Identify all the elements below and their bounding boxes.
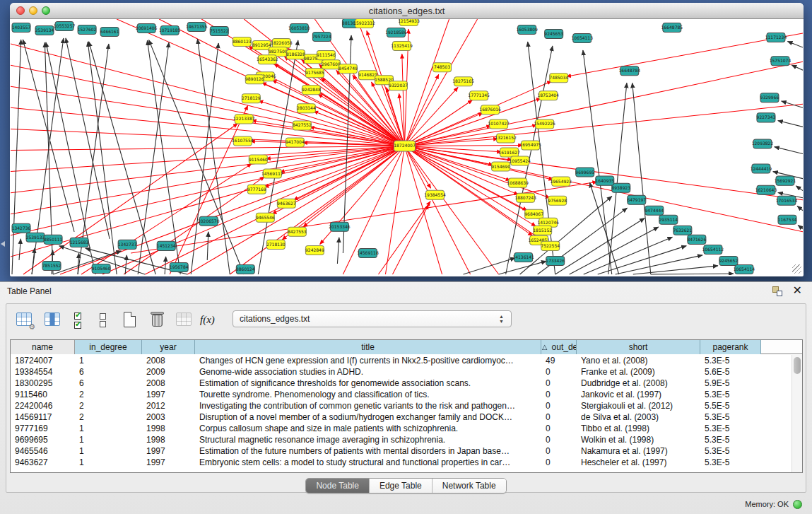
network-node[interactable]: 14569117: [261, 169, 283, 178]
network-window-titlebar[interactable]: citations_edges.txt: [10, 3, 804, 19]
network-node[interactable]: 9242848: [302, 86, 321, 95]
new-table-icon[interactable]: [121, 310, 141, 330]
network-node[interactable]: 1640935: [595, 176, 614, 185]
network-node[interactable]: 19384554: [424, 190, 446, 199]
resize-grip[interactable]: [792, 264, 801, 274]
network-node[interactable]: 9777169: [247, 185, 266, 194]
network-node[interactable]: 8427552: [293, 121, 312, 130]
network-node[interactable]: 9417004: [286, 138, 305, 147]
table-row[interactable]: 969969511998Structural magnetic resonanc…: [11, 434, 791, 445]
network-node[interactable]: 1215683: [70, 238, 89, 247]
column-header-out_de[interactable]: △ out_de…: [541, 340, 577, 354]
import-table-icon[interactable]: [175, 310, 194, 330]
network-node[interactable]: 9105460: [92, 264, 111, 273]
network-node[interactable]: 9111546: [317, 51, 336, 60]
network-node[interactable]: 19218586: [385, 28, 407, 37]
network-node[interactable]: 9227343: [757, 113, 776, 122]
network-node[interactable]: 6466161: [100, 28, 119, 37]
table-row[interactable]: 911546021997Tourette syndrome. Phenomeno…: [11, 389, 791, 400]
network-node[interactable]: 12154933: [398, 19, 420, 26]
tab-network-table[interactable]: Network Table: [433, 479, 506, 493]
show-column-icon[interactable]: [43, 310, 63, 330]
network-node[interactable]: 2967608: [322, 60, 341, 69]
network-node[interactable]: 16876016: [479, 105, 501, 115]
network-node[interactable]: 748503: [433, 63, 452, 72]
network-node[interactable]: 12213387: [233, 115, 255, 124]
network-node[interactable]: 8454749: [339, 64, 358, 74]
network-node[interactable]: 8938923: [611, 183, 630, 192]
table-row[interactable]: 2242004622012Investigating the contribut…: [11, 400, 791, 411]
network-node[interactable]: 18753404: [537, 91, 559, 100]
network-node[interactable]: 18275165: [452, 77, 474, 86]
network-node[interactable]: 18807243: [514, 193, 536, 202]
network-node[interactable]: 9474444: [645, 206, 664, 215]
network-node[interactable]: 7957224: [312, 33, 331, 42]
network-node[interactable]: 10553257: [54, 22, 76, 31]
network-node[interactable]: 15751074: [770, 57, 792, 66]
network-node[interactable]: 13216152: [495, 134, 517, 143]
network-node[interactable]: 9890126: [245, 75, 264, 84]
column-header-name[interactable]: name: [11, 340, 75, 354]
function-builder-icon[interactable]: f(x): [200, 310, 224, 330]
network-node[interactable]: 10654114: [734, 264, 755, 274]
network-node[interactable]: 9245653: [544, 30, 563, 39]
network-node[interactable]: 7515522: [210, 27, 229, 36]
row-check-icon[interactable]: [71, 310, 91, 330]
network-node[interactable]: 15692921: [775, 176, 796, 185]
network-node[interactable]: 8427553: [288, 227, 307, 236]
network-node[interactable]: 16648785: [661, 23, 683, 33]
network-node[interactable]: 1815152: [533, 226, 552, 235]
network-node[interactable]: 16648784: [619, 66, 641, 76]
network-node[interactable]: 8850111: [44, 235, 63, 244]
network-node[interactable]: 9245652: [719, 256, 739, 265]
column-header-pagerank[interactable]: pagerank: [700, 340, 761, 354]
network-node[interactable]: 14136141: [512, 252, 534, 262]
network-node[interactable]: 12444419: [751, 164, 772, 173]
network-node[interactable]: 16543362: [257, 55, 278, 64]
network-node[interactable]: 8471626: [688, 235, 707, 244]
network-node[interactable]: 15492226: [534, 119, 555, 129]
network-node[interactable]: 7851552: [42, 261, 61, 270]
table-row[interactable]: 977716911998Corpus callosum shape and si…: [11, 423, 791, 434]
panel-collapse-arrow[interactable]: [1, 241, 5, 247]
network-node[interactable]: 2539133: [26, 233, 45, 242]
network-node[interactable]: 15922332: [353, 19, 375, 28]
network-node[interactable]: 16053810: [288, 24, 310, 33]
table-row[interactable]: 1830029562008Estimation of significance …: [11, 378, 791, 389]
network-node[interactable]: 9242849: [305, 245, 324, 255]
network-node[interactable]: 10955424: [509, 156, 531, 165]
network-node[interactable]: 16954975: [519, 141, 541, 150]
network-node[interactable]: 16210643: [755, 185, 777, 194]
table-row[interactable]: 1872400712008Changes of HCN gene express…: [11, 355, 791, 366]
network-node[interactable]: 20153346: [329, 222, 351, 231]
network-node[interactable]: 10654112: [702, 245, 724, 254]
table-row[interactable]: 1938455462009Genome-wide association stu…: [11, 366, 791, 378]
network-node[interactable]: 12093822: [752, 139, 774, 148]
network-node[interactable]: 18724007: [394, 141, 416, 151]
scrollbar-thumb[interactable]: [794, 357, 801, 374]
table-row[interactable]: 946362711997Embryonic stem cells: a mode…: [11, 457, 791, 468]
table-selector-dropdown[interactable]: citations_edges.txt ▲▼: [233, 310, 512, 327]
delete-table-icon[interactable]: [148, 310, 167, 330]
close-panel-icon[interactable]: ✕: [793, 284, 802, 297]
network-node[interactable]: 8860124: [236, 264, 255, 274]
network-node[interactable]: 1342737: [118, 240, 137, 249]
network-node[interactable]: 16053809: [516, 25, 538, 35]
network-node[interactable]: 19654923: [550, 177, 572, 186]
network-node[interactable]: 16191627: [498, 148, 520, 157]
network-node[interactable]: 1956784: [170, 262, 189, 271]
network-node[interactable]: 11325419: [391, 42, 413, 51]
network-node[interactable]: 17016534: [776, 196, 798, 205]
table-row[interactable]: 1456911722003Disruption of a novel membe…: [11, 411, 791, 423]
network-node[interactable]: 1733426: [546, 256, 565, 265]
column-header-short[interactable]: short: [577, 340, 700, 354]
network-node[interactable]: 16107554: [232, 136, 254, 146]
network-node[interactable]: 9699695: [575, 168, 594, 177]
float-panel-icon[interactable]: [772, 286, 782, 296]
network-node[interactable]: 1527602: [78, 25, 97, 35]
network-node[interactable]: 2718129: [242, 94, 261, 103]
network-node[interactable]: 10688639: [507, 178, 529, 187]
network-node[interactable]: 1167534: [778, 215, 797, 224]
network-node[interactable]: 6479197: [627, 195, 646, 204]
network-node[interactable]: 2539134: [35, 26, 54, 35]
